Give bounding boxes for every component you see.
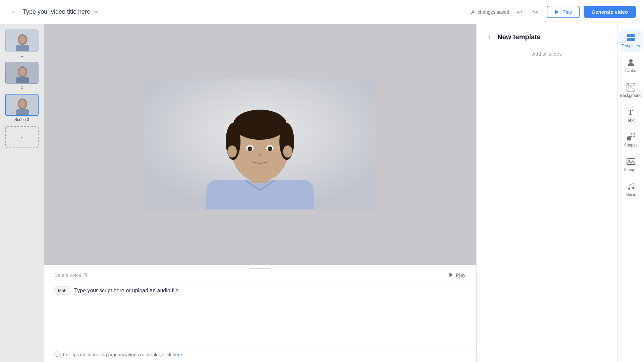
slide-item[interactable]: 2 [5,62,39,90]
generate-video-button[interactable]: Generate video [584,6,636,18]
slide-thumbnail[interactable] [5,62,39,84]
svg-point-33 [629,59,633,63]
svg-point-42 [628,188,630,190]
play-button[interactable]: Play [547,6,579,18]
grid-icon [626,33,636,42]
slide-label: 2 [21,85,23,90]
music-icon [626,182,636,191]
script-content: Matt Type your script here or upload an … [44,281,476,347]
canvas-area [44,24,476,265]
svg-point-27 [283,145,292,158]
edit-title-icon[interactable]: ✏ [94,9,99,15]
template-header: ‹ New template [485,32,609,42]
svg-rect-30 [631,34,635,37]
sidebar-item-music[interactable]: Music [619,178,643,200]
svg-rect-15 [206,180,314,209]
sidebar-item-templates[interactable]: Templates [619,29,643,52]
sidebar-item-avatar[interactable]: Avatar [619,54,643,76]
svg-rect-29 [627,34,631,37]
template-panel-content: ‹ New template Add all slides [477,24,617,362]
svg-point-24 [268,146,272,151]
voice-badge: Matt [54,286,70,295]
tip-here-link[interactable]: here [173,352,182,357]
play-icon [554,9,559,15]
main-area: 1 2 [0,24,644,362]
images-label: Images [624,168,637,172]
undo-button[interactable]: ↩ [513,6,525,18]
svg-point-39 [631,133,635,137]
script-play-button[interactable]: Play [448,272,466,278]
add-slide-button[interactable]: + [5,126,39,148]
slide-item[interactable]: 1 [5,29,39,58]
svg-point-12 [19,100,26,108]
template-title: New template [497,33,541,41]
video-title: Type your video title here [23,8,90,15]
sidebar-item-background[interactable]: Background [619,79,643,101]
svg-point-23 [248,146,252,151]
sidebar-item-images[interactable]: Images [619,154,643,176]
person-icon [626,58,636,67]
center-area: Select voice ⇅ Play Matt Type your scrip… [44,24,476,362]
voice-select-button[interactable]: Select voice ⇅ [54,272,88,278]
play-triangle-icon [448,272,454,278]
svg-point-18 [233,110,287,140]
slide-label-active: Scene 3 [14,117,29,122]
slides-panel: 1 2 [0,24,44,362]
slide-preview-svg [6,62,39,84]
templates-label: Templates [622,44,640,48]
redo-button[interactable]: ↪ [529,6,541,18]
header-left: ← Type your video title here ✏ [8,7,466,17]
shapes-label: Shapes [624,143,638,147]
svg-point-4 [19,36,26,44]
svg-rect-38 [627,136,631,140]
add-all-slides-button[interactable]: Add all slides [485,51,609,57]
background-label: Background [620,93,641,98]
text-label: Text [627,118,634,123]
svg-rect-3 [16,45,29,52]
back-button[interactable]: ← [8,7,19,17]
svg-marker-0 [555,10,558,14]
slide-thumbnail-active[interactable] [5,94,39,116]
svg-point-25 [257,153,263,157]
svg-marker-28 [449,273,453,277]
avatar-scene-svg [144,79,376,209]
sidebar-item-shapes[interactable]: Shapes [619,129,643,151]
template-back-button[interactable]: ‹ [485,32,494,42]
script-tip: ⓘ For tips on improving pronunciations o… [44,347,476,362]
upload-audio-link[interactable]: upload [132,288,148,293]
saved-status: All changes saved [471,9,509,15]
svg-rect-7 [16,77,29,84]
svg-point-26 [227,145,237,158]
svg-rect-31 [627,38,631,41]
avatar-label: Avatar [625,68,636,73]
video-canvas [144,79,376,209]
tip-text: For tips on improving pronunciations or … [63,352,183,357]
music-label: Music [626,192,636,197]
shapes-icon [626,132,636,141]
app-header: ← Type your video title here ✏ All chang… [0,0,644,24]
script-toolbar: Select voice ⇅ Play [44,269,476,281]
svg-point-8 [19,68,26,76]
slide-item-active[interactable]: Scene 3 [5,94,39,122]
chevron-icon: ⇅ [84,272,88,278]
images-icon [626,157,636,166]
slide-label: 1 [21,53,23,58]
script-text-input[interactable]: Type your script here or upload an audio… [74,286,466,295]
svg-rect-11 [16,109,29,116]
slide-thumbnail[interactable] [5,29,39,52]
sidebar-item-text[interactable]: T Text [619,104,643,126]
header-right: Play Generate video [547,6,636,18]
text-icon: T [626,107,636,117]
slide-preview-svg [6,30,39,52]
right-template-panel: ‹ New template Add all slides [476,24,617,362]
header-center: All changes saved ↩ ↪ [471,6,542,18]
svg-rect-32 [631,38,635,41]
svg-point-43 [632,187,634,189]
right-sidebar: Templates Avatar Background T [617,24,644,362]
info-icon: ⓘ [54,351,60,358]
svg-text:T: T [628,108,633,116]
background-icon [626,82,636,92]
slide-preview-svg [6,95,39,116]
script-area: Select voice ⇅ Play Matt Type your scrip… [44,265,476,362]
svg-rect-40 [627,159,635,165]
